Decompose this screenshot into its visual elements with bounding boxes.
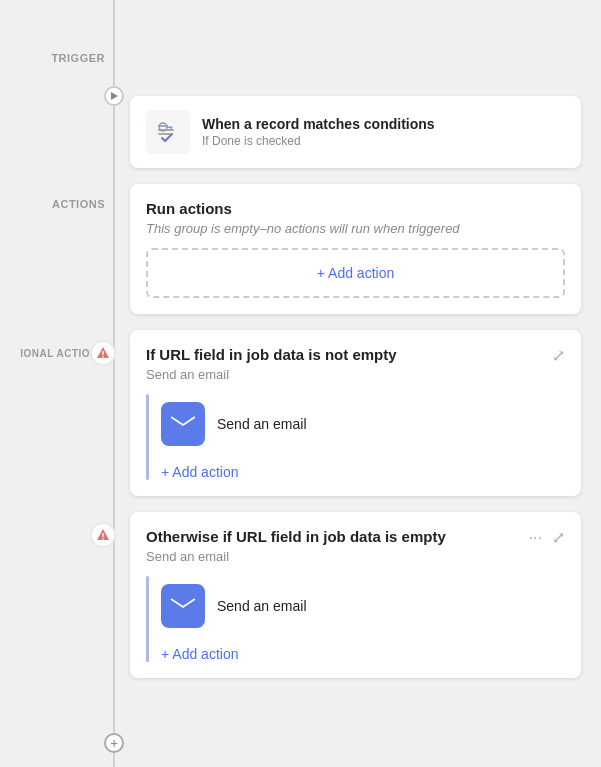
conditional-block-2-actions: ··· ⤢ xyxy=(525,528,565,547)
actions-label: ACTIONS xyxy=(0,198,105,210)
action-bar-wrap-2: Send an email + Add action xyxy=(146,576,565,662)
trigger-title: When a record matches conditions xyxy=(202,116,435,132)
run-actions-subtitle: This group is empty–no actions will run … xyxy=(146,221,565,236)
email-action-row-2: Send an email xyxy=(161,576,565,636)
svg-rect-7 xyxy=(102,351,103,355)
add-action-box[interactable]: + Add action xyxy=(146,248,565,298)
conditional-block-1-header: If URL field in job data is not empty Se… xyxy=(146,346,565,394)
svg-rect-11 xyxy=(102,538,103,539)
trigger-node xyxy=(104,86,124,106)
email-icon-1 xyxy=(171,415,195,433)
inline-add-1[interactable]: + Add action xyxy=(161,464,565,480)
action-bar-wrap-1: Send an email + Add action xyxy=(146,394,565,480)
expand-icon-1[interactable]: ⤢ xyxy=(552,346,565,365)
warning-icon-2 xyxy=(96,528,110,542)
email-icon-wrap-1 xyxy=(161,402,205,446)
trigger-label: TRIGGER xyxy=(0,52,105,64)
conditional-block-1-card: If URL field in job data is not empty Se… xyxy=(130,330,581,496)
svg-rect-6 xyxy=(171,128,173,130)
email-icon-wrap-2 xyxy=(161,584,205,628)
conditional-block-2-title-wrap: Otherwise if URL field in job data is em… xyxy=(146,528,446,576)
conditional-block-1-title-wrap: If URL field in job data is not empty Se… xyxy=(146,346,397,394)
email-icon-2 xyxy=(171,597,195,615)
add-action-link-2[interactable]: + Add action xyxy=(161,646,238,662)
run-actions-title: Run actions xyxy=(146,200,565,217)
email-action-label-2: Send an email xyxy=(217,598,307,614)
plus-icon: + xyxy=(110,735,118,751)
trigger-card: When a record matches conditions If Done… xyxy=(130,96,581,168)
conditional-block-1-title: If URL field in job data is not empty xyxy=(146,346,397,363)
bar-content-2: Send an email + Add action xyxy=(161,576,565,662)
svg-rect-8 xyxy=(102,356,103,357)
warning-circle-1 xyxy=(90,340,116,366)
conditional-block-2-title: Otherwise if URL field in job data is em… xyxy=(146,528,446,545)
conditional-block-2-card: Otherwise if URL field in job data is em… xyxy=(130,512,581,678)
email-action-label-1: Send an email xyxy=(217,416,307,432)
expand-icon-2[interactable]: ⤢ xyxy=(552,528,565,547)
warning-icon-1 xyxy=(96,346,110,360)
conditional-block-1-subtitle: Send an email xyxy=(146,367,397,382)
left-bar-1 xyxy=(146,394,149,480)
add-node-bottom[interactable]: + xyxy=(104,733,124,753)
warning-circle-2 xyxy=(90,522,116,548)
trigger-icon-wrap xyxy=(146,110,190,154)
more-icon-2[interactable]: ··· xyxy=(529,529,542,547)
conditional-block-2-subtitle: Send an email xyxy=(146,549,446,564)
trigger-icon xyxy=(154,118,182,146)
bar-content-1: Send an email + Add action xyxy=(161,394,565,480)
left-bar-2 xyxy=(146,576,149,662)
run-actions-card: Run actions This group is empty–no actio… xyxy=(130,184,581,314)
svg-rect-3 xyxy=(158,133,171,135)
svg-rect-5 xyxy=(167,127,173,129)
conditional-block-2-header: Otherwise if URL field in job data is em… xyxy=(146,528,565,576)
trigger-text: When a record matches conditions If Done… xyxy=(202,116,435,148)
add-action-link-1[interactable]: + Add action xyxy=(161,464,238,480)
trigger-subtitle: If Done is checked xyxy=(202,134,435,148)
svg-rect-10 xyxy=(102,533,103,537)
canvas: TRIGGER xyxy=(0,0,601,767)
conditional-block-1-actions: ⤢ xyxy=(544,346,565,365)
svg-marker-0 xyxy=(111,92,118,100)
add-action-button[interactable]: + Add action xyxy=(317,265,394,281)
inline-add-2[interactable]: + Add action xyxy=(161,646,565,662)
email-action-row-1: Send an email xyxy=(161,394,565,454)
